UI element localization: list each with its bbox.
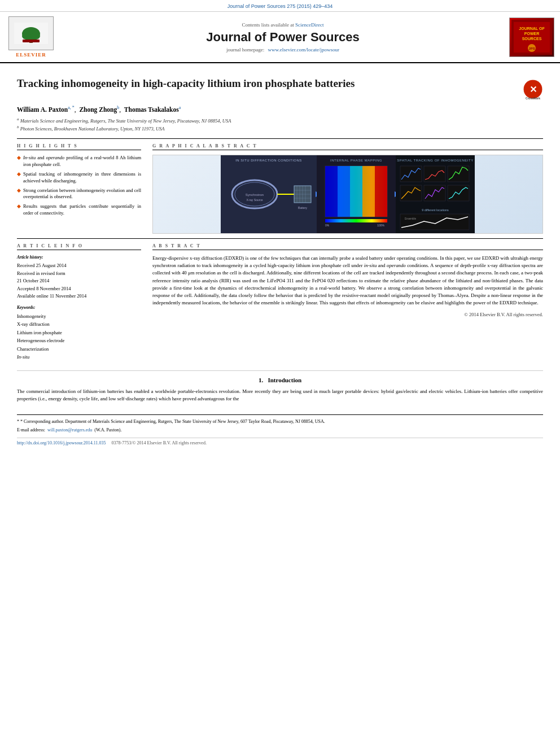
highlights-column: H I G H L I G H T S ◆ In-situ and operan… (17, 143, 141, 234)
graphical-abstract-heading: G R A P H I C A L A B S T R A C T (152, 143, 543, 150)
sciencedirect-label: Contents lists available at (242, 22, 294, 28)
journal-logo-box: JOURNAL OF POWER SOURCES JPS (509, 18, 554, 57)
author-2: Zhong Zhong (79, 106, 117, 113)
keyword-3: Lithium iron phosphate (17, 329, 141, 337)
homepage-label: journal homepage: (226, 47, 264, 53)
bullet-3: ◆ (17, 187, 21, 201)
footnotes-section: * * Corresponding author. Department of … (17, 414, 543, 433)
svg-point-4 (31, 33, 40, 40)
highlight-item-2: ◆ Spatial tracking of inhomogeneity in t… (17, 171, 141, 185)
author-3-sup: a (179, 105, 181, 110)
author-3: Thomas Tsakalakos (124, 106, 179, 113)
crossmark-badge: ✕ CrossMark (523, 79, 543, 99)
issn-text: 0378-7753/© 2014 Elsevier B.V. All right… (112, 440, 207, 445)
svg-rect-57 (400, 214, 469, 230)
author-1-sup: a, * (68, 105, 75, 110)
svg-text:JOURNAL OF: JOURNAL OF (519, 27, 545, 30)
main-content: Tracking inhomogeneity in high-capacity … (0, 63, 560, 451)
affiliation-b: b Photon Sciences, Brookhaven National L… (17, 124, 543, 133)
graphical-abstract-image: IN SITU DIFFRACTION CONDITIONS Synchrotr… (152, 155, 543, 234)
introduction-heading: 1. Introduction (17, 377, 543, 383)
highlights-list: ◆ In-situ and operando profiling of a re… (17, 155, 141, 217)
highlight-item-3: ◆ Strong correlation between inhomogenei… (17, 187, 141, 201)
svg-rect-42 (362, 166, 375, 217)
aff-sup-a: a (17, 117, 19, 121)
svg-rect-44 (325, 219, 387, 222)
svg-rect-5 (23, 40, 40, 42)
journal-logo-icon: JOURNAL OF POWER SOURCES JPS (511, 20, 552, 55)
svg-text:0%: 0% (325, 224, 330, 227)
email-author: (W.A. Paxton). (94, 427, 121, 433)
keywords-label: Keywords: (17, 305, 141, 310)
crossmark-icon: ✕ CrossMark (523, 79, 543, 99)
sciencedirect-line: Contents lists available at ScienceDirec… (62, 22, 504, 28)
svg-text:SPATIAL TRACKING OF INHOMOGENE: SPATIAL TRACKING OF INHOMOGENEITY (397, 159, 473, 162)
elsevier-logo: ELSEVIER (6, 16, 56, 58)
svg-rect-43 (375, 166, 387, 217)
bullet-4: ◆ (17, 203, 21, 217)
highlight-text-3: Strong correlation between inhomogeneity… (23, 187, 141, 201)
svg-text:INTERNAL PHASE MAPPING: INTERNAL PHASE MAPPING (330, 159, 382, 162)
journal-homepage-line: journal homepage: www.elsevier.com/locat… (62, 47, 504, 53)
doi-link[interactable]: http://dx.doi.org/10.1016/j.jpowsour.201… (17, 440, 106, 445)
highlight-text-2: Spatial tracking of inhomogeneity in thr… (23, 171, 141, 185)
article-info-heading: A R T I C L E I N F O (17, 243, 141, 250)
keyword-5: Characterization (17, 345, 141, 353)
received-date: Received 25 August 2014 (17, 262, 141, 270)
journal-header: ELSEVIER Contents lists available at Sci… (0, 12, 560, 63)
journal-header-center: Contents lists available at ScienceDirec… (62, 22, 504, 53)
homepage-url[interactable]: www.elsevier.com/locate/jpowsour (268, 47, 339, 53)
section-divider-2 (17, 238, 543, 239)
footnote-corresponding-text: * Corresponding author. Department of Ma… (20, 419, 325, 424)
revised-label: Received in revised form (17, 270, 141, 278)
keyword-1: Inhomogeneity (17, 312, 141, 320)
highlight-text-4: Results suggests that particles contribu… (23, 203, 141, 217)
abstract-text: Energy-dispersive x-ray diffraction (EDX… (152, 255, 543, 318)
introduction-section: 1. Introduction The commercial introduct… (17, 370, 543, 403)
email-link[interactable]: will.paxton@rutgers.edu (47, 427, 92, 433)
svg-rect-39 (325, 166, 338, 217)
svg-text:SOURCES: SOURCES (522, 37, 542, 41)
footnote-email: E-mail address: will.paxton@rutgers.edu … (17, 427, 543, 433)
email-label: E-mail address: (17, 427, 45, 433)
highlight-item-1: ◆ In-situ and operando profiling of a re… (17, 155, 141, 168)
journal-title: Journal of Power Sources (62, 30, 504, 45)
authors-line: William A. Paxtona, *, Zhong Zhongb, Tho… (17, 105, 543, 113)
bottom-bar: http://dx.doi.org/10.1016/j.jpowsour.201… (17, 438, 543, 445)
article-title-text: Tracking inhomogeneity in high-capacity … (17, 77, 523, 91)
intro-section-num: 1. (259, 377, 263, 383)
accepted-date: Accepted 8 November 2014 (17, 285, 141, 293)
journal-ref-text: Journal of Power Sources 275 (2015) 429–… (0, 0, 560, 12)
elsevier-logo-box (8, 16, 54, 50)
keyword-2: X-ray diffraction (17, 320, 141, 328)
svg-point-3 (22, 33, 31, 40)
section-divider-1 (17, 138, 543, 139)
svg-rect-51 (424, 166, 445, 182)
highlights-heading: H I G H L I G H T S (17, 143, 141, 150)
intro-section-title: Introduction (268, 377, 301, 383)
svg-text:✕: ✕ (530, 85, 537, 94)
affiliation-a: a Materials Science and Engineering, Rut… (17, 116, 543, 125)
aff-sup-b: b (17, 125, 19, 129)
svg-text:IN SITU DIFFRACTION CONDITIONS: IN SITU DIFFRACTION CONDITIONS (235, 159, 302, 162)
abstract-column: A B S T R A C T Energy-dispersive x-ray … (152, 243, 543, 361)
graphical-abstract-column: G R A P H I C A L A B S T R A C T IN SIT… (152, 143, 543, 234)
sciencedirect-link[interactable]: ScienceDirect (295, 22, 323, 28)
author-1: William A. Paxton (17, 106, 68, 113)
svg-rect-40 (338, 166, 350, 217)
svg-rect-41 (350, 166, 362, 217)
svg-text:9 different locations: 9 different locations (422, 208, 449, 212)
highlights-graphical-section: H I G H L I G H T S ◆ In-situ and operan… (17, 143, 543, 234)
keyword-6: In-situ (17, 353, 141, 361)
svg-text:CrossMark: CrossMark (526, 97, 540, 99)
available-date: Available online 11 November 2014 (17, 292, 141, 300)
journal-ref-bar: Journal of Power Sources 275 (2015) 429–… (0, 0, 560, 12)
abstract-paragraph: Energy-dispersive x-ray diffraction (EDX… (152, 255, 543, 307)
bullet-2: ◆ (17, 171, 21, 185)
svg-text:X-ray Source: X-ray Source (246, 198, 262, 202)
copyright-text: © 2014 Elsevier B.V. All rights reserved… (152, 311, 543, 318)
elsevier-name-text: ELSEVIER (16, 52, 46, 58)
svg-text:POWER: POWER (524, 32, 539, 36)
elsevier-tree-icon (14, 23, 48, 44)
article-info-left: A R T I C L E I N F O Article history: R… (17, 243, 141, 361)
